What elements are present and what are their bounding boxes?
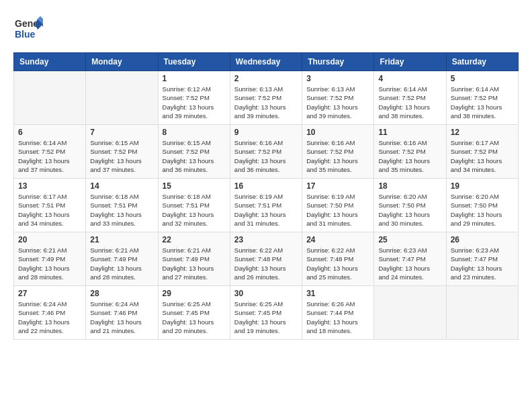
calendar-cell: 20Sunrise: 6:21 AM Sunset: 7:49 PM Dayli… [14,232,86,286]
day-info: Sunrise: 6:24 AM Sunset: 7:46 PM Dayligh… [18,300,81,335]
calendar-cell: 28Sunrise: 6:24 AM Sunset: 7:46 PM Dayli… [86,286,158,340]
calendar-cell [14,71,86,125]
day-info: Sunrise: 6:16 AM Sunset: 7:52 PM Dayligh… [306,138,369,174]
calendar-cell: 21Sunrise: 6:21 AM Sunset: 7:49 PM Dayli… [86,232,158,286]
day-number: 29 [163,289,226,298]
day-info: Sunrise: 6:20 AM Sunset: 7:50 PM Dayligh… [378,192,441,228]
weekday-header-friday: Friday [374,53,446,71]
day-info: Sunrise: 6:25 AM Sunset: 7:45 PM Dayligh… [163,300,226,335]
day-info: Sunrise: 6:14 AM Sunset: 7:52 PM Dayligh… [18,138,81,174]
day-number: 17 [306,181,369,191]
calendar-table: SundayMondayTuesdayWednesdayThursdayFrid… [13,52,519,340]
day-info: Sunrise: 6:26 AM Sunset: 7:44 PM Dayligh… [306,300,369,335]
calendar-cell [446,286,518,340]
logo-icon: General Blue [13,13,43,46]
weekday-header-tuesday: Tuesday [158,53,230,71]
day-number: 25 [378,235,441,244]
calendar-cell: 19Sunrise: 6:20 AM Sunset: 7:50 PM Dayli… [446,179,518,232]
calendar-cell: 14Sunrise: 6:18 AM Sunset: 7:51 PM Dayli… [86,179,158,232]
page-header: General Blue [13,13,519,46]
calendar-cell: 17Sunrise: 6:19 AM Sunset: 7:50 PM Dayli… [302,179,374,232]
weekday-header-thursday: Thursday [302,53,374,71]
calendar-cell: 15Sunrise: 6:18 AM Sunset: 7:51 PM Dayli… [158,179,230,232]
day-number: 21 [90,235,153,244]
day-info: Sunrise: 6:20 AM Sunset: 7:50 PM Dayligh… [451,192,514,228]
day-info: Sunrise: 6:25 AM Sunset: 7:45 PM Dayligh… [234,300,298,335]
day-info: Sunrise: 6:24 AM Sunset: 7:46 PM Dayligh… [90,300,153,335]
day-number: 30 [234,289,298,298]
calendar-cell: 9Sunrise: 6:16 AM Sunset: 7:52 PM Daylig… [230,125,302,179]
day-info: Sunrise: 6:22 AM Sunset: 7:48 PM Dayligh… [306,246,369,281]
calendar-cell [86,71,158,125]
day-number: 20 [18,235,81,244]
day-number: 12 [451,128,514,137]
day-info: Sunrise: 6:17 AM Sunset: 7:52 PM Dayligh… [451,138,514,174]
weekday-header-sunday: Sunday [14,53,86,71]
calendar-cell: 29Sunrise: 6:25 AM Sunset: 7:45 PM Dayli… [158,286,230,340]
calendar-cell: 12Sunrise: 6:17 AM Sunset: 7:52 PM Dayli… [446,125,518,179]
day-info: Sunrise: 6:12 AM Sunset: 7:52 PM Dayligh… [163,85,226,120]
calendar-cell: 22Sunrise: 6:21 AM Sunset: 7:49 PM Dayli… [158,232,230,286]
calendar-cell: 8Sunrise: 6:15 AM Sunset: 7:52 PM Daylig… [158,125,230,179]
day-number: 8 [163,128,226,137]
weekday-header-wednesday: Wednesday [230,53,302,71]
calendar-cell: 23Sunrise: 6:22 AM Sunset: 7:48 PM Dayli… [230,232,302,286]
day-number: 3 [306,74,369,83]
day-number: 7 [90,128,153,137]
calendar-cell [374,286,446,340]
day-number: 16 [234,181,298,191]
calendar-cell: 18Sunrise: 6:20 AM Sunset: 7:50 PM Dayli… [374,179,446,232]
calendar-cell: 6Sunrise: 6:14 AM Sunset: 7:52 PM Daylig… [14,125,86,179]
day-info: Sunrise: 6:18 AM Sunset: 7:51 PM Dayligh… [90,192,153,228]
calendar-cell: 30Sunrise: 6:25 AM Sunset: 7:45 PM Dayli… [230,286,302,340]
day-info: Sunrise: 6:23 AM Sunset: 7:47 PM Dayligh… [451,246,514,281]
day-number: 4 [378,74,441,83]
day-number: 11 [378,128,441,137]
day-number: 2 [234,74,298,83]
week-row-2: 6Sunrise: 6:14 AM Sunset: 7:52 PM Daylig… [14,125,519,179]
weekday-header-saturday: Saturday [446,53,518,71]
day-number: 15 [163,181,226,191]
day-info: Sunrise: 6:13 AM Sunset: 7:52 PM Dayligh… [306,85,369,120]
day-info: Sunrise: 6:23 AM Sunset: 7:47 PM Dayligh… [378,246,441,281]
day-number: 14 [90,181,153,191]
calendar-cell: 10Sunrise: 6:16 AM Sunset: 7:52 PM Dayli… [302,125,374,179]
day-info: Sunrise: 6:14 AM Sunset: 7:52 PM Dayligh… [451,85,514,120]
week-row-1: 1Sunrise: 6:12 AM Sunset: 7:52 PM Daylig… [14,71,519,125]
week-row-5: 27Sunrise: 6:24 AM Sunset: 7:46 PM Dayli… [14,286,519,340]
calendar-cell: 3Sunrise: 6:13 AM Sunset: 7:52 PM Daylig… [302,71,374,125]
day-number: 31 [306,289,369,298]
day-number: 27 [18,289,81,298]
day-info: Sunrise: 6:16 AM Sunset: 7:52 PM Dayligh… [234,138,298,174]
day-number: 24 [306,235,369,244]
day-info: Sunrise: 6:18 AM Sunset: 7:51 PM Dayligh… [163,192,226,228]
calendar-cell: 31Sunrise: 6:26 AM Sunset: 7:44 PM Dayli… [302,286,374,340]
calendar-cell: 27Sunrise: 6:24 AM Sunset: 7:46 PM Dayli… [14,286,86,340]
day-info: Sunrise: 6:15 AM Sunset: 7:52 PM Dayligh… [163,138,226,174]
calendar-cell: 24Sunrise: 6:22 AM Sunset: 7:48 PM Dayli… [302,232,374,286]
calendar-cell: 5Sunrise: 6:14 AM Sunset: 7:52 PM Daylig… [446,71,518,125]
calendar-cell: 26Sunrise: 6:23 AM Sunset: 7:47 PM Dayli… [446,232,518,286]
day-number: 28 [90,289,153,298]
day-info: Sunrise: 6:19 AM Sunset: 7:51 PM Dayligh… [234,192,298,228]
calendar-cell: 7Sunrise: 6:15 AM Sunset: 7:52 PM Daylig… [86,125,158,179]
calendar-cell: 1Sunrise: 6:12 AM Sunset: 7:52 PM Daylig… [158,71,230,125]
day-number: 5 [451,74,514,83]
weekday-header-row: SundayMondayTuesdayWednesdayThursdayFrid… [14,53,519,71]
calendar-cell: 13Sunrise: 6:17 AM Sunset: 7:51 PM Dayli… [14,179,86,232]
day-number: 22 [163,235,226,244]
day-number: 23 [234,235,298,244]
week-row-4: 20Sunrise: 6:21 AM Sunset: 7:49 PM Dayli… [14,232,519,286]
calendar-cell: 25Sunrise: 6:23 AM Sunset: 7:47 PM Dayli… [374,232,446,286]
week-row-3: 13Sunrise: 6:17 AM Sunset: 7:51 PM Dayli… [14,179,519,232]
day-number: 19 [451,181,514,191]
day-info: Sunrise: 6:15 AM Sunset: 7:52 PM Dayligh… [90,138,153,174]
day-info: Sunrise: 6:16 AM Sunset: 7:52 PM Dayligh… [378,138,441,174]
day-number: 1 [163,74,226,83]
svg-text:Blue: Blue [15,29,36,40]
day-number: 9 [234,128,298,137]
calendar-cell: 2Sunrise: 6:13 AM Sunset: 7:52 PM Daylig… [230,71,302,125]
day-info: Sunrise: 6:13 AM Sunset: 7:52 PM Dayligh… [234,85,298,120]
day-info: Sunrise: 6:14 AM Sunset: 7:52 PM Dayligh… [378,85,441,120]
day-number: 10 [306,128,369,137]
